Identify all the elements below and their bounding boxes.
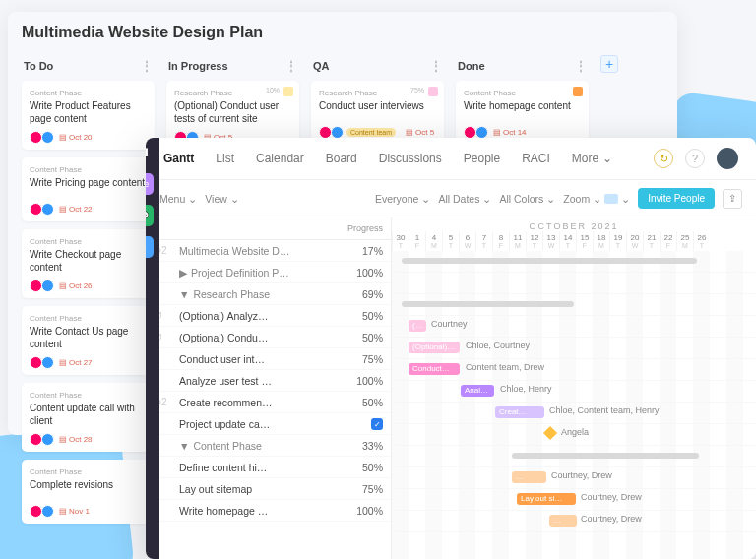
- assignee-avatar: [41, 280, 54, 292]
- column-title: To Do: [24, 60, 53, 72]
- gantt-lane: (Optional)…Chloe, Courtney: [392, 338, 756, 359]
- expand-icon[interactable]: ▼: [179, 440, 189, 452]
- filter-dates[interactable]: All Dates ⌄: [438, 193, 491, 205]
- avatar[interactable]: [717, 148, 738, 169]
- gantt-lane: (…Courtney: [392, 316, 756, 338]
- calendar-day: 22F: [660, 231, 676, 251]
- kanban-card[interactable]: Content PhaseWrite Product Features page…: [22, 81, 155, 150]
- card-date: ▤Oct 14: [493, 128, 527, 137]
- task-progress: 75%: [342, 353, 383, 365]
- gantt-bar[interactable]: …: [512, 471, 546, 483]
- calendar-day: 26T: [693, 231, 710, 251]
- task-row[interactable]: ↻2Create recommen…50%: [146, 392, 391, 413]
- zoom-control[interactable]: Zoom ⌄ ⌄: [563, 193, 630, 205]
- gantt-bar[interactable]: [402, 258, 697, 264]
- kanban-card[interactable]: Content PhaseContent update call with cl…: [22, 383, 155, 452]
- tab-more[interactable]: More ⌄: [572, 152, 612, 165]
- card-phase: Content Phase: [30, 391, 147, 400]
- calendar-icon: ▤: [406, 128, 413, 137]
- gantt-bar[interactable]: …: [549, 515, 577, 527]
- card-task: Write Product Features page content: [30, 100, 147, 125]
- kanban-column: To Do⋮Content PhaseWrite Product Feature…: [22, 55, 155, 531]
- calendar-icon: ▤: [59, 507, 67, 516]
- task-row[interactable]: Write homepage …100%: [146, 500, 391, 522]
- filter-everyone[interactable]: Everyone ⌄: [375, 193, 430, 205]
- gantt-bar[interactable]: [402, 301, 574, 307]
- export-button[interactable]: ⇪: [723, 189, 742, 209]
- tab-raci[interactable]: RACI: [522, 152, 550, 165]
- calendar-day: 6W: [459, 231, 475, 251]
- gantt-chart[interactable]: OCTOBER 2021 30T1F4M5T6W7T8F11M12T13W14T…: [392, 217, 756, 559]
- task-row[interactable]: ▼Research Phase69%: [146, 283, 391, 305]
- task-row[interactable]: Conduct user int…75%: [146, 348, 391, 370]
- column-menu-icon[interactable]: ⋮: [285, 59, 297, 73]
- task-name: Conduct user int…: [179, 353, 342, 365]
- task-progress: 17%: [342, 245, 383, 257]
- task-row[interactable]: ▶Project Definition P…100%: [146, 262, 391, 283]
- kanban-card[interactable]: 75%Research PhaseConduct user interviews…: [311, 81, 444, 145]
- assignee-avatar: [41, 505, 54, 518]
- card-date: ▤Oct 20: [59, 133, 93, 142]
- gantt-bar[interactable]: (Optional)…: [409, 342, 460, 353]
- milestone-marker[interactable]: [543, 426, 557, 440]
- task-progress: 50%: [342, 332, 383, 343]
- card-date: ▤Nov 1: [59, 507, 90, 516]
- calendar-day: 4M: [425, 231, 442, 251]
- rail-chat-button[interactable]: 💬: [146, 205, 154, 226]
- kanban-card[interactable]: Content PhaseWrite Contact Us page conte…: [22, 306, 155, 375]
- assignee-avatar: [41, 433, 54, 446]
- task-row[interactable]: Lay out sitemap75%: [146, 478, 391, 500]
- task-row[interactable]: Project update ca…✓: [146, 413, 391, 435]
- kanban-card[interactable]: Content PhaseWrite Checkout page content…: [22, 229, 155, 298]
- gantt-bar[interactable]: (…: [409, 320, 426, 332]
- tab-list[interactable]: List: [216, 152, 234, 165]
- gantt-bar[interactable]: Creat…: [495, 406, 544, 418]
- task-row[interactable]: ⏱(Optional) Condu…50%: [146, 327, 391, 348]
- column-menu-icon[interactable]: ⋮: [575, 59, 587, 73]
- expand-icon[interactable]: ▶: [179, 267, 187, 279]
- column-menu-icon[interactable]: ⋮: [430, 59, 442, 73]
- gantt-bar[interactable]: Conduct…: [409, 363, 460, 375]
- calendar-icon: ▤: [493, 128, 501, 137]
- tab-people[interactable]: People: [464, 152, 500, 165]
- gantt-bar[interactable]: Lay out si…: [517, 493, 576, 505]
- task-row[interactable]: Define content hi…50%: [146, 457, 391, 478]
- tab-calendar[interactable]: Calendar: [256, 152, 304, 165]
- invite-button[interactable]: Invite People: [638, 188, 715, 209]
- gantt-lane: Creat…Chloe, Content team, Henry: [392, 403, 756, 424]
- tab-gantt[interactable]: Gantt: [163, 152, 194, 165]
- kanban-card[interactable]: Content PhaseComplete revisions▤Nov 1: [22, 460, 155, 524]
- rail-me-button[interactable]: Me: [146, 173, 154, 195]
- task-row[interactable]: ↻2Multimedia Website D…17%: [146, 240, 391, 262]
- column-title: Done: [458, 60, 485, 72]
- card-task: (Optional) Conduct user tests of current…: [174, 100, 291, 125]
- bar-assignees: Courtney, Drew: [581, 514, 642, 524]
- filter-colors[interactable]: All Colors ⌄: [499, 193, 555, 205]
- view-dropdown[interactable]: View ⌄: [205, 193, 239, 205]
- help-icon[interactable]: ?: [685, 149, 705, 168]
- task-row[interactable]: ▼Content Phase33%: [146, 435, 391, 457]
- bar-assignees: Chloe, Content team, Henry: [549, 405, 660, 415]
- gantt-lane: Conduct…Content team, Drew: [392, 359, 756, 381]
- calendar-day: 1F: [409, 231, 425, 251]
- card-date: ▤Oct 27: [59, 358, 93, 367]
- task-row[interactable]: Analyze user test …100%: [146, 370, 391, 392]
- add-column-button[interactable]: +: [600, 55, 618, 73]
- task-progress: 69%: [342, 288, 383, 300]
- rail-switch-button[interactable]: ⇆: [146, 236, 154, 258]
- tab-board[interactable]: Board: [326, 152, 357, 165]
- calendar-day: 7T: [475, 231, 492, 251]
- kanban-card[interactable]: Content PhaseWrite homepage content▤Oct …: [456, 81, 589, 145]
- gantt-bar[interactable]: [512, 453, 699, 459]
- gantt-bar[interactable]: Anal…: [461, 385, 494, 397]
- view-tabs: Gantt List Calendar Board Discussions Pe…: [146, 138, 756, 180]
- history-icon[interactable]: ↻: [654, 149, 673, 168]
- menu-dropdown[interactable]: Menu ⌄: [159, 193, 197, 205]
- task-row[interactable]: ⏱(Optional) Analyz…50%: [146, 305, 391, 327]
- gantt-lane: Angela: [392, 424, 756, 446]
- tab-discussions[interactable]: Discussions: [379, 152, 442, 165]
- gantt-lane: …Courtney, Drew: [392, 511, 756, 532]
- expand-icon[interactable]: ▼: [179, 288, 189, 300]
- kanban-card[interactable]: Content PhaseWrite Pricing page content▤…: [22, 157, 155, 221]
- column-menu-icon[interactable]: ⋮: [141, 59, 153, 73]
